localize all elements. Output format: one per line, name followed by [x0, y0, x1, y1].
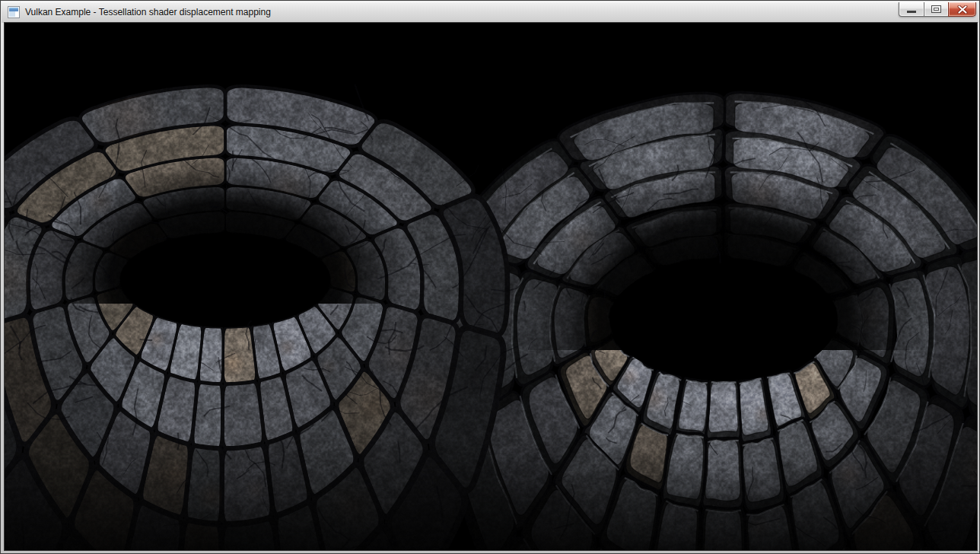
close-button[interactable]	[948, 2, 976, 17]
app-icon	[8, 6, 20, 18]
minimize-icon	[907, 11, 916, 13]
minimize-button[interactable]	[899, 2, 924, 17]
close-icon	[957, 5, 968, 14]
window-title: Vulkan Example - Tessellation shader dis…	[25, 7, 271, 18]
maximize-icon	[931, 5, 941, 13]
maximize-button[interactable]	[924, 2, 949, 17]
vulkan-example-window: Vulkan Example - Tessellation shader dis…	[0, 0, 980, 554]
window-titlebar[interactable]: Vulkan Example - Tessellation shader dis…	[2, 2, 978, 23]
vulkan-render-canvas[interactable]	[5, 23, 977, 550]
render-viewport	[5, 23, 977, 550]
window-controls	[899, 2, 976, 17]
